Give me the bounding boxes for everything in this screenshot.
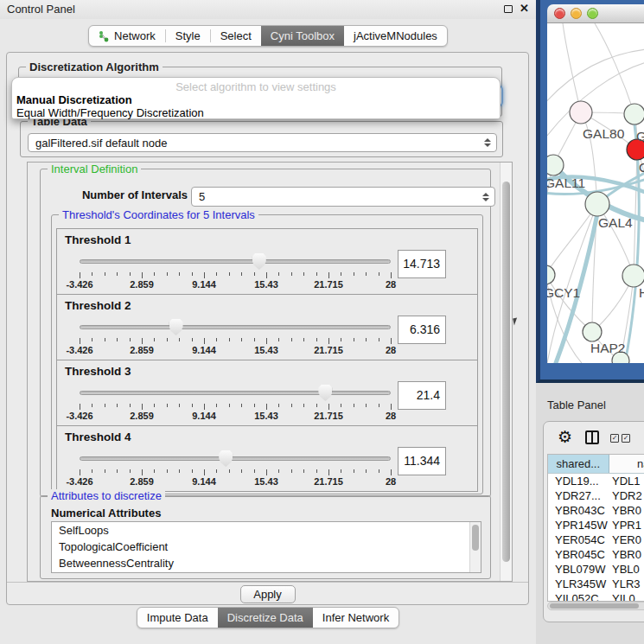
cell-shared-name[interactable]: YIL052C (548, 591, 610, 602)
attribute-list-item[interactable]: BetweennessCentrality (52, 555, 481, 571)
network-node-h[interactable] (622, 265, 644, 287)
table-row[interactable]: YER054CYER0 (548, 532, 644, 547)
zoom-traffic-light-icon[interactable] (587, 8, 598, 19)
tab-style[interactable]: Style (166, 26, 210, 46)
table-row[interactable]: YBR045CYBR0 (548, 547, 644, 562)
vertical-scrollbar[interactable] (500, 163, 512, 581)
scrollbar-thumb[interactable] (502, 182, 510, 562)
threshold-value-field[interactable]: 6.316 (398, 316, 446, 344)
tick-mark (204, 469, 205, 475)
horizontal-scrollbar[interactable] (547, 602, 644, 610)
cell-name[interactable]: YBR0 (610, 547, 644, 562)
bottom-tab-discretize-data[interactable]: Discretize Data (218, 608, 313, 628)
close-traffic-light-icon[interactable] (554, 8, 565, 19)
checkbox-checked-icon[interactable]: ✓ (622, 434, 630, 443)
cell-shared-name[interactable]: YPR145W (548, 518, 610, 532)
dropdown-item-manual[interactable]: Manual Discretization (12, 93, 500, 106)
slider-thumb[interactable] (252, 253, 266, 270)
bottom-tab-impute-data[interactable]: Impute Data (137, 608, 218, 628)
threshold-value-field[interactable]: 11.344 (398, 447, 446, 475)
column-header-shared-name[interactable]: shared... (548, 455, 609, 473)
table-row[interactable]: YDR27...YDR2 (548, 488, 644, 503)
cell-name[interactable]: YLR3 (610, 577, 644, 591)
slider-thumb[interactable] (169, 319, 183, 335)
network-node-gal11[interactable] (547, 155, 564, 175)
cell-shared-name[interactable]: YDR27... (548, 488, 610, 503)
cell-shared-name[interactable]: YDL19... (548, 474, 610, 488)
minimize-traffic-light-icon[interactable] (571, 8, 582, 19)
tick-mark (341, 404, 341, 407)
cell-name[interactable]: YDR2 (610, 488, 644, 503)
cell-name[interactable]: YER0 (610, 532, 644, 547)
tab-label: jActiveMNodules (354, 29, 437, 42)
table-row[interactable]: YPR145WYPR1 (548, 518, 644, 532)
network-node-gal4[interactable] (585, 192, 609, 216)
slider-track[interactable] (80, 456, 391, 461)
cell-name[interactable]: YPR1 (610, 518, 644, 532)
scrollbar-thumb[interactable] (550, 603, 639, 609)
table-row[interactable]: YLR345WYLR3 (548, 577, 644, 591)
cyni-toolbox-panel: Discretization Algorithm Select algorith… (6, 52, 529, 605)
threshold-value-field[interactable]: 14.713 (398, 250, 446, 278)
number-of-intervals-combo[interactable]: 5 (191, 187, 495, 207)
threshold-slider[interactable]: -3.4262.8599.14415.4321.71528 (80, 252, 391, 293)
tick-mark (366, 404, 367, 407)
slider-track[interactable] (80, 325, 391, 329)
tick-mark (316, 469, 317, 473)
attribute-list-item[interactable]: SelfLoops (52, 522, 481, 539)
columns-icon[interactable] (585, 430, 599, 444)
network-node-gcy1[interactable] (547, 265, 555, 284)
cell-shared-name[interactable]: YBR043C (548, 503, 610, 518)
bottom-tab-infer-network[interactable]: Infer Network (313, 608, 399, 628)
cell-shared-name[interactable]: YBL079W (548, 562, 610, 577)
slider-thumb[interactable] (318, 385, 332, 401)
tab-jactivemnodules[interactable]: jActiveMNodules (344, 26, 447, 46)
network-node-gal80[interactable] (570, 101, 592, 124)
scrollbar-thumb[interactable] (472, 525, 479, 551)
network-node-hap2[interactable] (583, 322, 602, 341)
cell-shared-name[interactable]: YLR345W (548, 577, 610, 591)
tick-mark (154, 404, 155, 407)
node-table[interactable]: shared... na YDL19...YDL1YDR27...YDR2YBR… (547, 454, 644, 602)
column-header-name[interactable]: na (609, 455, 644, 473)
network-node-ga[interactable] (624, 104, 644, 124)
tab-network[interactable]: Network (89, 26, 165, 46)
threshold-slider[interactable]: -3.4262.8599.14415.4321.71528 (80, 383, 391, 424)
cell-name[interactable]: YBL0 (610, 562, 644, 577)
checkbox-checked-icon[interactable]: ✓ (610, 434, 619, 443)
tick-mark (303, 404, 304, 407)
tick-mark (192, 404, 193, 407)
cell-shared-name[interactable]: YER054C (548, 532, 610, 547)
network-canvas[interactable]: GAL80GACGAL11GAL4GCY1HHAP2 (547, 23, 644, 363)
group-title: Interval Definition (48, 163, 141, 175)
slider-thumb[interactable] (219, 450, 233, 467)
cell-shared-name[interactable]: YBR045C (548, 547, 610, 562)
list-scrollbar[interactable] (469, 522, 481, 572)
table-data-combo[interactable]: galFiltered.sif default node (28, 133, 497, 152)
threshold-slider[interactable]: -3.4262.8599.14415.4321.71528 (80, 317, 391, 359)
cell-name[interactable]: YBR0 (610, 503, 644, 518)
cell-name[interactable]: YDL1 (610, 474, 644, 488)
close-icon[interactable]: ✕ (520, 2, 529, 15)
tick-mark (105, 272, 105, 276)
threshold-slider[interactable]: -3.4262.8599.14415.4321.71528 (80, 449, 391, 490)
interval-definition-group: Interval Definition Number of Intervals … (40, 169, 491, 497)
threshold-value-field[interactable]: 21.4 (398, 381, 446, 410)
slider-track[interactable] (80, 259, 391, 264)
algorithm-dropdown-popup: Select algorithm to view settings Manual… (11, 77, 501, 119)
dropdown-item-equal-width[interactable]: Equal Width/Frequency Discretization (12, 106, 500, 119)
tab-cyni-toolbox[interactable]: Cyni Toolbox (261, 26, 344, 46)
table-row[interactable]: YDL19...YDL1 (548, 474, 644, 488)
cell-name[interactable]: YIL0 (610, 591, 644, 602)
float-window-icon[interactable] (504, 5, 513, 13)
numerical-attributes-list[interactable]: SelfLoopsTopologicalCoefficientBetweenne… (51, 521, 481, 573)
attribute-list-item[interactable]: TopologicalCoefficient (52, 539, 481, 555)
apply-button[interactable]: Apply (240, 585, 296, 603)
table-row[interactable]: YIL052CYIL0 (548, 591, 644, 602)
gear-icon[interactable]: ⚙ (558, 427, 572, 447)
table-row[interactable]: YBL079WYBL0 (548, 562, 644, 577)
slider-track[interactable] (80, 391, 391, 395)
tab-select[interactable]: Select (211, 26, 261, 46)
table-row[interactable]: YBR043CYBR0 (548, 503, 644, 518)
tick-mark (142, 338, 143, 344)
